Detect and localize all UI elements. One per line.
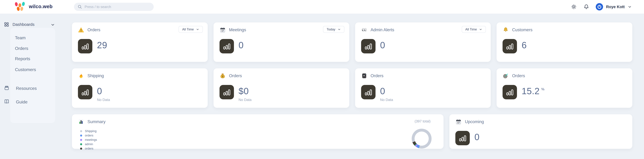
bar-chart-tile-icon (78, 85, 92, 99)
user-menu[interactable]: Roye Kott (596, 3, 632, 10)
card-title: Admin Alerts (370, 27, 394, 32)
top-bar: wilco.web (0, 0, 644, 13)
legend-item-orders-dark[interactable]: orders (80, 146, 438, 151)
stat-card-orders-alt: Orders 0 No Data (355, 68, 491, 108)
stat-value: 29 (97, 41, 107, 50)
sidebar: Dashboards Team Orders Reports Customers… (0, 13, 62, 159)
bar-chart-icon (78, 119, 84, 125)
legend-item-meetings[interactable]: meetings (80, 138, 438, 142)
stat-value: 0 (474, 133, 480, 142)
eyes-icon (361, 27, 367, 33)
upcoming-card: 17 Upcoming 0 (449, 114, 632, 149)
warning-icon (78, 27, 84, 33)
card-title: Orders (88, 27, 100, 32)
user-name: Roye Kott (606, 5, 625, 9)
sidebar-link-resources[interactable]: Resources (0, 85, 57, 92)
search-icon (78, 4, 82, 9)
donut-hole (414, 132, 429, 146)
moneybag-icon: $ (220, 73, 226, 79)
bar-chart-tile-icon (220, 39, 234, 53)
stat-value: 0 (97, 87, 110, 96)
fireworks-icon (361, 73, 367, 79)
dashboards-grid-icon (4, 22, 9, 27)
bar-chart-tile-icon (361, 39, 376, 53)
fire-icon (78, 73, 84, 79)
logo-text: wilco.web (29, 4, 53, 9)
legend-item-orders[interactable]: orders (80, 133, 438, 138)
global-search[interactable] (74, 3, 154, 11)
chevron-down-icon (479, 28, 482, 31)
stat-value: 6 (522, 41, 527, 50)
target-icon (502, 73, 509, 79)
stat-value: $0 (238, 87, 252, 96)
stat-value: 0 (380, 87, 393, 96)
user-avatar (596, 3, 603, 10)
search-input[interactable] (84, 5, 147, 9)
stat-card-orders: Orders All Time 29 (72, 22, 208, 62)
chevron-down-icon (196, 28, 199, 31)
open-book-icon (4, 99, 10, 104)
bar-chart-tile-icon (220, 85, 234, 99)
legend-dot (80, 130, 82, 132)
time-filter-dropdown[interactable]: All Time (178, 26, 203, 33)
theme-toggle-button[interactable] (571, 4, 577, 10)
chevron-down-icon (628, 5, 632, 9)
bar-chart-tile-icon (78, 39, 92, 53)
svg-text:$: $ (222, 75, 223, 78)
stat-card-admin-alerts: Admin Alerts All Time 0 (355, 22, 491, 62)
sidebar-item-orders[interactable]: Orders (15, 46, 28, 51)
legend-dot (80, 135, 82, 137)
card-title: Summary (88, 119, 106, 124)
stat-card-customers: Customers 6 (496, 22, 632, 62)
bar-chart-tile-icon (502, 39, 517, 53)
sidebar-section-dashboards[interactable]: Dashboards (0, 20, 57, 28)
sun-icon (571, 4, 576, 9)
notifications-button[interactable] (583, 4, 590, 10)
power-icon (597, 4, 602, 9)
card-title: Orders (370, 73, 384, 78)
legend-item-admin[interactable]: admin (80, 142, 438, 146)
legend-dot (80, 139, 82, 141)
sidebar-item-customers[interactable]: Customers (15, 67, 36, 72)
sidebar-item-reports[interactable]: Reports (15, 56, 30, 61)
bell-icon (584, 4, 589, 9)
summary-card: Summary (397 total) Shipping orders meet… (72, 114, 444, 149)
card-title: Shipping (88, 73, 104, 78)
card-title: Meetings (229, 27, 246, 32)
dashboard-grid: Orders All Time 29 17 Meetings Today (72, 22, 632, 149)
stat-card-orders-revenue: $ Orders $0 No Data (214, 68, 349, 108)
sidebar-subpanel (10, 28, 55, 123)
sidebar-item-team[interactable]: Team (15, 35, 26, 40)
stat-subtext: No Data (238, 98, 252, 102)
sidebar-link-label: Guide (16, 100, 28, 105)
card-title: Customers (512, 27, 532, 32)
sidebar-section-label: Dashboards (12, 22, 34, 27)
legend-item-shipping[interactable]: Shipping (80, 129, 438, 133)
bar-chart-tile-icon (502, 85, 517, 99)
percent-suffix: % (541, 87, 544, 91)
svg-text:17: 17 (222, 30, 224, 32)
stat-value: 0 (380, 41, 385, 50)
chart-legend: Shipping orders meetings admin orders (80, 129, 438, 151)
chevron-down-icon (50, 22, 55, 27)
donut-chart (412, 129, 432, 149)
time-filter-dropdown[interactable]: Today (323, 26, 344, 33)
logo-flower-icon (15, 2, 26, 11)
chevron-down-icon (338, 28, 341, 31)
sidebar-link-guide[interactable]: Guide (0, 98, 57, 106)
card-title: Orders (512, 73, 525, 78)
time-filter-dropdown[interactable]: All Time (462, 26, 486, 33)
legend-dot (80, 143, 82, 145)
bar-chart-tile-icon (455, 131, 470, 145)
stat-card-orders-rate: Orders 15.2% (496, 68, 632, 108)
stat-subtext: No Data (380, 98, 393, 102)
calendar-icon: 17 (455, 119, 462, 125)
card-title: Orders (229, 73, 242, 78)
summary-total: (397 total) (414, 119, 430, 123)
legend-dot (80, 148, 82, 150)
app-logo: wilco.web (15, 2, 53, 11)
svg-text:17: 17 (458, 122, 460, 124)
bell-icon (502, 27, 509, 33)
sidebar-link-label: Resources (16, 86, 37, 91)
bar-chart-tile-icon (361, 85, 376, 99)
